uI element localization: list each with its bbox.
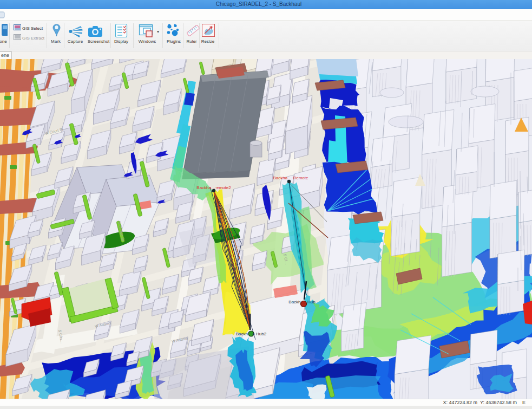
svg-text:Backh…. Hub: Backh…. Hub bbox=[288, 300, 316, 304]
svg-text:Backh…● Hub2: Backh…● Hub2 bbox=[236, 332, 267, 336]
svg-text:Backha…⸱emote2: Backha…⸱emote2 bbox=[196, 185, 231, 190]
svg-text:Backha… Remote: Backha… Remote bbox=[273, 176, 308, 180]
